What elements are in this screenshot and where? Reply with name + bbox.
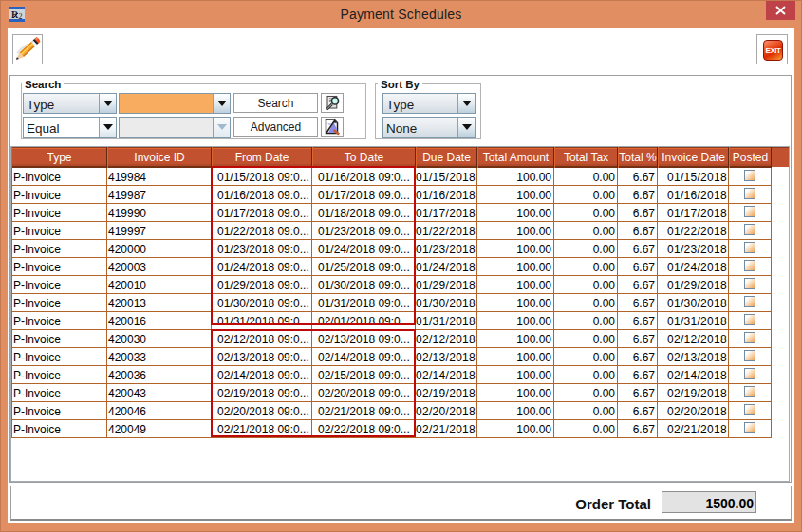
svg-text:2: 2 [19, 12, 23, 21]
